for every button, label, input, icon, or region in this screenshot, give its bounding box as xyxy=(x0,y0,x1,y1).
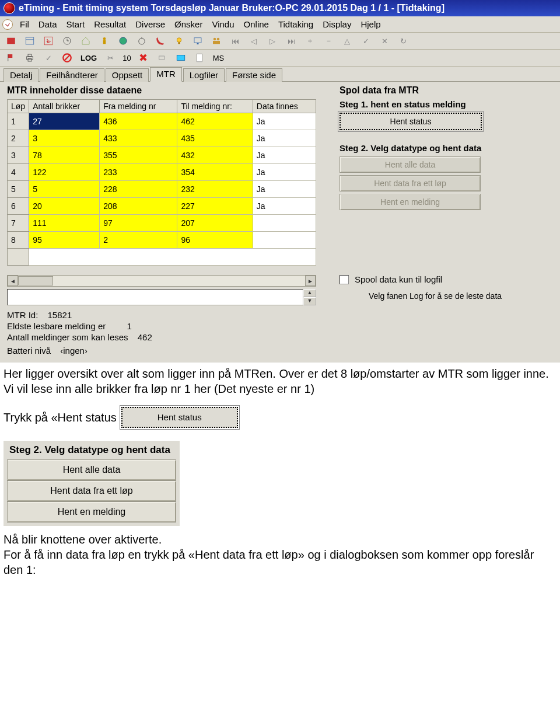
bulb-icon[interactable] xyxy=(173,35,186,47)
phone-icon[interactable] xyxy=(154,35,167,47)
id-icon[interactable] xyxy=(174,52,187,64)
up-icon[interactable]: △ xyxy=(341,35,354,47)
table-row[interactable]: 1 27 436 462 Ja xyxy=(8,113,316,130)
delete-icon[interactable]: ✖ xyxy=(137,52,150,64)
menu-start[interactable]: Start xyxy=(62,18,90,30)
row-finnes[interactable] xyxy=(253,232,316,249)
card-icon[interactable] xyxy=(5,35,18,47)
menu-resultat[interactable]: Resultat xyxy=(89,18,131,30)
row-antall[interactable]: 122 xyxy=(29,164,100,181)
horizontal-scrollbar[interactable]: ◄ ► xyxy=(7,275,316,287)
log-label[interactable]: LOG xyxy=(79,54,98,62)
col-finnes[interactable]: Data finnes xyxy=(253,100,316,113)
row-antall[interactable]: 111 xyxy=(29,215,100,232)
tab-oppsett[interactable]: Oppsett xyxy=(106,68,149,82)
row-fra[interactable]: 436 xyxy=(100,113,177,130)
table-row[interactable]: 6 20 208 227 Ja xyxy=(8,198,316,215)
row-antall[interactable]: 27 xyxy=(29,113,100,130)
print-icon[interactable] xyxy=(23,52,36,64)
menu-tidtaking[interactable]: Tidtaking xyxy=(274,18,318,30)
row-finnes[interactable]: Ja xyxy=(253,130,316,147)
row-fra[interactable]: 208 xyxy=(100,198,177,215)
menu-fil[interactable]: Fil xyxy=(15,18,34,30)
hent-alle-data-button[interactable]: Hent alle data xyxy=(340,156,481,173)
table-row[interactable]: 7 111 97 207 xyxy=(8,215,316,232)
scissor-icon[interactable]: ✂ xyxy=(104,52,117,64)
row-til[interactable]: 207 xyxy=(177,215,253,232)
person-icon[interactable] xyxy=(98,35,111,47)
scroll-right-icon[interactable]: ► xyxy=(305,276,316,286)
row-fra[interactable]: 97 xyxy=(100,215,177,232)
steg2-hent-ett-lop-button[interactable]: Hent data fra ett løp xyxy=(7,480,176,501)
refresh-icon[interactable]: ↻ xyxy=(397,35,410,47)
monitor-icon[interactable] xyxy=(191,35,204,47)
scroll-thumb[interactable] xyxy=(18,276,53,285)
scroll-left-icon[interactable]: ◄ xyxy=(8,276,18,286)
hent-data-ett-lop-button[interactable]: Hent data fra ett løp xyxy=(340,175,481,191)
steg2-hent-melding-button[interactable]: Hent en melding xyxy=(7,501,176,523)
row-til[interactable]: 432 xyxy=(177,147,253,164)
first-icon[interactable]: ⏮ xyxy=(229,35,242,47)
hent-status-button[interactable]: Hent status xyxy=(340,113,482,130)
col-fra[interactable]: Fra melding nr xyxy=(100,100,177,113)
next-icon[interactable]: ▷ xyxy=(266,35,279,47)
menu-online[interactable]: Online xyxy=(239,18,274,30)
col-antall[interactable]: Antall brikker xyxy=(29,100,100,113)
tab-logfiler[interactable]: Logfiler xyxy=(183,68,225,82)
steg2-hent-alle-button[interactable]: Hent alle data xyxy=(7,459,176,480)
row-fra[interactable]: 355 xyxy=(100,147,177,164)
tab-feilhandterer[interactable]: Feilhåndterer xyxy=(40,68,104,82)
plus-icon[interactable]: ＋ xyxy=(303,35,316,47)
table-row[interactable]: 4 122 233 354 Ja xyxy=(8,164,316,181)
house-icon[interactable] xyxy=(79,35,92,47)
menu-onsker[interactable]: Ønsker xyxy=(170,18,207,30)
spin-up-icon[interactable]: ▲ xyxy=(303,289,316,297)
device-icon[interactable] xyxy=(156,52,169,64)
row-til[interactable]: 435 xyxy=(177,130,253,147)
tab-mtr[interactable]: MTR xyxy=(150,67,182,82)
table-row[interactable]: 3 78 355 432 Ja xyxy=(8,147,316,164)
stopwatch-icon[interactable] xyxy=(135,35,148,47)
prev-icon[interactable]: ◁ xyxy=(247,35,260,47)
row-til[interactable]: 96 xyxy=(177,232,253,249)
menu-display[interactable]: Display xyxy=(318,18,356,30)
row-til[interactable]: 232 xyxy=(177,181,253,198)
hent-status-inline-button[interactable]: Hent status xyxy=(121,407,238,428)
row-antall[interactable]: 3 xyxy=(29,130,100,147)
col-lop[interactable]: Løp xyxy=(8,100,29,113)
table-row[interactable]: 8 95 2 96 xyxy=(8,232,316,249)
row-finnes[interactable]: Ja xyxy=(253,198,316,215)
row-finnes[interactable] xyxy=(253,215,316,232)
table-row[interactable]: 5 5 228 232 Ja xyxy=(8,181,316,198)
hent-en-melding-button[interactable]: Hent en melding xyxy=(340,194,481,210)
minus-icon[interactable]: － xyxy=(322,35,335,47)
row-fra[interactable]: 228 xyxy=(100,181,177,198)
mtr-table[interactable]: Løp Antall brikker Fra melding nr Til me… xyxy=(7,99,316,266)
table-row[interactable] xyxy=(8,249,316,266)
row-finnes[interactable]: Ja xyxy=(253,147,316,164)
calendar-icon[interactable] xyxy=(23,35,36,47)
col-til[interactable]: Til melding nr: xyxy=(177,100,253,113)
spin-down-icon[interactable]: ▼ xyxy=(303,297,316,305)
row-antall[interactable]: 20 xyxy=(29,198,100,215)
row-fra[interactable]: 2 xyxy=(100,232,177,249)
globe-icon[interactable] xyxy=(117,35,130,47)
ok-icon[interactable]: ✓ xyxy=(42,52,55,64)
row-finnes[interactable]: Ja xyxy=(253,113,316,130)
clock2-icon[interactable] xyxy=(61,35,74,47)
check-icon[interactable]: ✓ xyxy=(359,35,372,47)
flag-icon[interactable] xyxy=(5,52,18,64)
table-row[interactable]: 2 3 433 435 Ja xyxy=(8,130,316,147)
row-finnes[interactable]: Ja xyxy=(253,181,316,198)
row-fra[interactable]: 233 xyxy=(100,164,177,181)
runner-icon[interactable]: ⛷ xyxy=(42,35,55,47)
doc-icon[interactable] xyxy=(193,52,206,64)
row-antall[interactable]: 95 xyxy=(29,232,100,249)
menu-hjelp[interactable]: Hjelp xyxy=(356,18,385,30)
spool-checkbox[interactable] xyxy=(340,275,349,284)
row-fra[interactable]: 433 xyxy=(100,130,177,147)
spin-text-input[interactable] xyxy=(7,289,303,305)
menu-diverse[interactable]: Diverse xyxy=(131,18,170,30)
row-finnes[interactable]: Ja xyxy=(253,164,316,181)
x-icon[interactable]: ✕ xyxy=(378,35,391,47)
